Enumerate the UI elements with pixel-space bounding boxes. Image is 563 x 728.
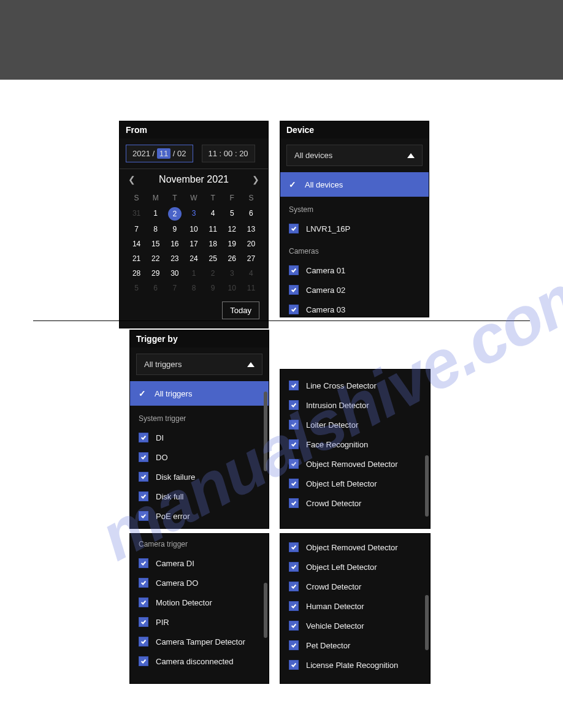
trigger-detector-item[interactable]: Loiter Detector xyxy=(280,415,430,434)
today-button[interactable]: Today xyxy=(222,301,259,319)
calendar-day: 10 xyxy=(223,282,242,294)
calendar-day[interactable]: 13 xyxy=(242,223,261,235)
calendar-day[interactable]: 18 xyxy=(204,238,223,250)
calendar-day[interactable]: 16 xyxy=(165,238,184,250)
calendar-day[interactable]: 19 xyxy=(223,238,242,250)
scrollbar[interactable] xyxy=(425,595,429,650)
device-camera-label: Camera 02 xyxy=(306,286,345,295)
trigger-camera-item[interactable]: Camera DI xyxy=(130,553,269,573)
calendar-day[interactable]: 25 xyxy=(204,252,223,265)
calendar-dow: S xyxy=(242,191,261,205)
trigger-camera-item[interactable]: Camera DO xyxy=(130,573,269,593)
trigger-camera-item[interactable]: PIR xyxy=(130,612,269,632)
calendar-day[interactable]: 21 xyxy=(127,252,146,265)
calendar-dow: T xyxy=(204,191,223,205)
trigger-system-item[interactable]: Disk failure xyxy=(130,467,269,487)
calendar-day[interactable]: 8 xyxy=(146,223,165,235)
checkbox-icon xyxy=(139,433,148,442)
checkbox-icon xyxy=(139,617,148,627)
trigger-system-item[interactable]: DO xyxy=(130,447,269,467)
calendar-day[interactable]: 14 xyxy=(127,238,146,250)
calendar-day[interactable]: 30 xyxy=(165,267,184,279)
trigger-group-system: System trigger xyxy=(130,406,269,428)
trigger-detector-item[interactable]: Object Removed Detector xyxy=(280,454,430,474)
device-camera-item[interactable]: Camera 02 xyxy=(280,280,429,300)
checkbox-icon xyxy=(289,582,299,591)
trigger-camera-label: Camera DI xyxy=(156,559,194,568)
trigger-detector-label: Vehicle Detector xyxy=(306,621,364,631)
calendar-day[interactable]: 9 xyxy=(165,223,184,235)
calendar-day[interactable]: 11 xyxy=(204,223,223,235)
trigger-detector-item[interactable]: Object Left Detector xyxy=(280,474,430,493)
trigger-camera-item[interactable]: Camera disconnected xyxy=(130,651,269,671)
device-camera-item[interactable]: Camera 01 xyxy=(280,260,429,280)
calendar-day: 1 xyxy=(184,267,203,279)
device-all-option[interactable]: ✓ All devices xyxy=(280,172,429,197)
trigger-detector-item[interactable]: Crowd Detector xyxy=(280,493,430,513)
trigger-system-item[interactable]: PoE error xyxy=(130,506,269,526)
calendar-grid: SMTWTFS311234567891011121314151617181920… xyxy=(120,188,268,301)
device-system-item[interactable]: LNVR1_16P xyxy=(280,219,429,238)
trigger-detector-item[interactable]: Object Removed Detector xyxy=(280,537,430,557)
trigger-camera-label: Camera disconnected xyxy=(156,657,233,666)
checkbox-icon xyxy=(289,265,299,275)
calendar-day[interactable]: 10 xyxy=(184,223,203,235)
device-dropdown[interactable]: All devices xyxy=(286,145,423,166)
calendar-day[interactable]: 17 xyxy=(184,238,203,250)
trigger-camera-item[interactable]: Camera Tamper Detector xyxy=(130,632,269,651)
checkbox-icon xyxy=(139,472,148,482)
trigger-detector-item[interactable]: Vehicle Detector xyxy=(280,616,430,635)
date-input[interactable]: 2021 / 11 / 02 xyxy=(126,145,193,162)
calendar-day[interactable]: 22 xyxy=(146,252,165,265)
scrollbar[interactable] xyxy=(425,455,429,517)
time-input[interactable]: 11 : 00 : 20 xyxy=(202,145,255,162)
trigger-system-item[interactable]: DI xyxy=(130,428,269,447)
checkbox-icon xyxy=(139,491,148,501)
calendar-day[interactable]: 2 xyxy=(168,207,182,221)
trigger-detector-item[interactable]: License Plate Recognition xyxy=(280,655,430,675)
calendar-day[interactable]: 20 xyxy=(242,238,261,250)
prev-month-icon[interactable]: ❮ xyxy=(128,175,136,184)
calendar-day[interactable]: 5 xyxy=(223,207,242,221)
calendar-day[interactable]: 7 xyxy=(127,223,146,235)
calendar-day[interactable]: 12 xyxy=(223,223,242,235)
scrollbar[interactable] xyxy=(264,392,267,471)
trigger-dropdown[interactable]: All triggers xyxy=(136,354,262,375)
calendar-day[interactable]: 27 xyxy=(242,252,261,265)
calendar-day[interactable]: 3 xyxy=(184,207,203,221)
scrollbar[interactable] xyxy=(264,583,267,638)
calendar-day[interactable]: 29 xyxy=(146,267,165,279)
device-camera-label: Camera 01 xyxy=(306,266,345,275)
trigger-detector-item[interactable]: Crowd Detector xyxy=(280,577,430,596)
checkbox-icon xyxy=(289,562,299,572)
calendar-dow: W xyxy=(184,191,203,205)
trigger-camera-panel: Camera trigger Camera DICamera DOMotion … xyxy=(129,533,269,684)
next-month-icon[interactable]: ❯ xyxy=(252,175,259,184)
trigger-detector-item[interactable]: Object Left Detector xyxy=(280,557,430,577)
calendar-day[interactable]: 4 xyxy=(204,207,223,221)
trigger-detector-item[interactable]: Human Detector xyxy=(280,596,430,616)
chevron-up-icon xyxy=(247,362,255,367)
trigger-camera-label: Camera Tamper Detector xyxy=(156,637,245,646)
calendar-day[interactable]: 6 xyxy=(242,207,261,221)
trigger-detector-item[interactable]: Pet Detector xyxy=(280,635,430,655)
calendar-day[interactable]: 1 xyxy=(146,207,165,221)
calendar-title: November 2021 xyxy=(159,174,229,185)
trigger-detector-item[interactable]: Face Recognition xyxy=(280,434,430,454)
trigger-detector-label: Pet Detector xyxy=(306,641,350,650)
calendar-day[interactable]: 26 xyxy=(223,252,242,265)
trigger-panel: Trigger by All triggers ✓ All triggers S… xyxy=(129,330,269,529)
trigger-detector-label: Crowd Detector xyxy=(306,499,361,508)
trigger-all-option[interactable]: ✓ All triggers xyxy=(130,381,269,406)
trigger-detector-item[interactable]: Line Cross Detector xyxy=(280,376,430,395)
trigger-detector-item[interactable]: Intrusion Detector xyxy=(280,395,430,415)
device-camera-item[interactable]: Camera 03 xyxy=(280,300,429,319)
trigger-detector-label: Object Removed Detector xyxy=(306,460,398,469)
calendar-day[interactable]: 23 xyxy=(165,252,184,265)
calendar-day[interactable]: 24 xyxy=(184,252,203,265)
calendar-day: 2 xyxy=(204,267,223,279)
trigger-camera-item[interactable]: Motion Detector xyxy=(130,593,269,612)
calendar-day[interactable]: 28 xyxy=(127,267,146,279)
trigger-system-item[interactable]: Disk full xyxy=(130,487,269,506)
calendar-day[interactable]: 15 xyxy=(146,238,165,250)
